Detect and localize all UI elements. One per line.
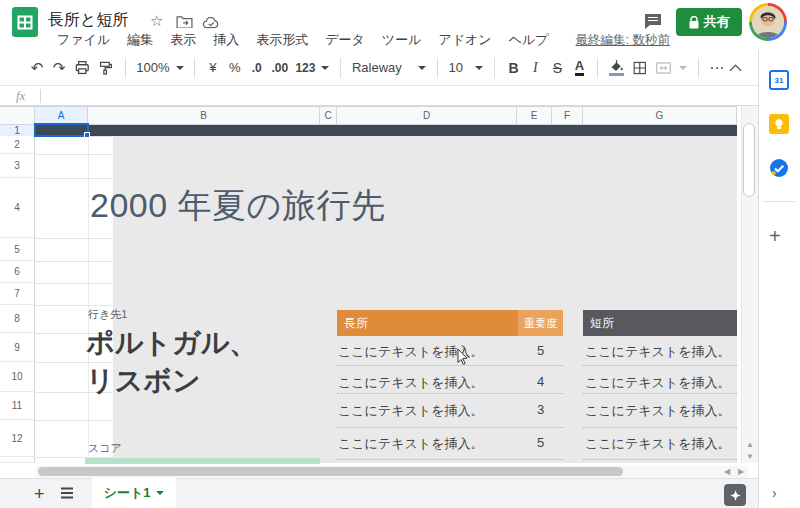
move-folder-icon[interactable] bbox=[176, 15, 193, 30]
format-percent-button[interactable]: % bbox=[224, 56, 246, 80]
tasks-icon[interactable] bbox=[769, 158, 789, 178]
row-header-11[interactable]: 11 bbox=[0, 392, 35, 420]
number-format-menu[interactable]: 123 bbox=[292, 56, 333, 80]
row-header-6[interactable]: 6 bbox=[0, 261, 35, 283]
vertical-scrollbar-thumb[interactable] bbox=[743, 123, 755, 197]
pros-cell[interactable]: ここにテキストを挿入。 bbox=[338, 435, 514, 451]
fill-color-button[interactable] bbox=[605, 56, 628, 80]
menu-help[interactable]: ヘルプ bbox=[509, 31, 549, 49]
slide-header-band[interactable] bbox=[35, 125, 737, 136]
row-header-3[interactable]: 3 bbox=[0, 154, 35, 178]
paint-format-icon[interactable] bbox=[94, 56, 118, 80]
explore-icon[interactable] bbox=[724, 484, 746, 506]
destination-label[interactable]: 行き先1 bbox=[88, 307, 127, 322]
calendar-icon[interactable]: 31 bbox=[769, 70, 789, 90]
fill-handle[interactable] bbox=[84, 132, 90, 138]
score-label[interactable]: スコア bbox=[88, 441, 122, 456]
pros-cell[interactable]: ここにテキストを挿入。 bbox=[338, 374, 514, 390]
pros-cell[interactable]: ここにテキストを挿入。 bbox=[338, 343, 514, 359]
increase-decimal-button[interactable]: .00 bbox=[268, 56, 292, 80]
more-toolbar-button[interactable]: ⋯ bbox=[705, 56, 729, 80]
font-family-select[interactable]: Raleway bbox=[348, 56, 430, 80]
menu-view[interactable]: 表示 bbox=[170, 31, 196, 49]
row-header-12[interactable]: 12 bbox=[0, 420, 35, 457]
weight-cell[interactable]: 5 bbox=[518, 435, 563, 451]
destination-name-line2[interactable]: リスボン bbox=[86, 362, 201, 400]
collapse-toolbar-icon[interactable] bbox=[729, 64, 742, 72]
cons-cell[interactable]: ここにテキストを挿入。 bbox=[585, 402, 735, 418]
scroll-left-icon[interactable]: ◀ bbox=[724, 468, 730, 476]
font-size-select[interactable]: 10 bbox=[445, 56, 488, 80]
italic-button[interactable]: I bbox=[524, 56, 546, 80]
comment-history-icon[interactable] bbox=[644, 13, 662, 34]
menu-data[interactable]: データ bbox=[325, 31, 365, 49]
row-separator bbox=[337, 459, 563, 460]
row-header-1[interactable]: 1 bbox=[0, 125, 35, 136]
row-header-2[interactable]: 2 bbox=[0, 136, 35, 154]
keep-icon[interactable] bbox=[769, 114, 789, 134]
row-header-13-partial[interactable] bbox=[0, 457, 35, 463]
menu-edit[interactable]: 編集 bbox=[127, 31, 153, 49]
document-title[interactable]: 長所と短所 bbox=[48, 10, 128, 31]
sheet-tab-menu-icon[interactable] bbox=[156, 491, 164, 495]
row-header-10[interactable]: 10 bbox=[0, 362, 35, 392]
cons-header-cell[interactable]: 短所 bbox=[583, 310, 737, 336]
undo-icon[interactable]: ↶ bbox=[26, 56, 48, 80]
menu-format[interactable]: 表示形式 bbox=[256, 31, 308, 49]
menu-file[interactable]: ファイル bbox=[57, 31, 110, 49]
column-header-f[interactable]: F bbox=[552, 106, 583, 125]
last-edit-link[interactable]: 最終編集: 数秒前 bbox=[576, 32, 670, 49]
column-header-d[interactable]: D bbox=[337, 106, 517, 125]
hide-side-panel-icon[interactable]: › bbox=[772, 485, 777, 501]
row-header-9[interactable]: 9 bbox=[0, 333, 35, 362]
cons-cell[interactable]: ここにテキストを挿入。 bbox=[585, 343, 735, 359]
decrease-decimal-button[interactable]: .0 bbox=[246, 56, 268, 80]
menu-insert[interactable]: 挿入 bbox=[213, 31, 239, 49]
get-addons-icon[interactable]: + bbox=[769, 226, 781, 246]
format-currency-button[interactable]: ¥ bbox=[202, 56, 224, 80]
weight-cell[interactable]: 5 bbox=[518, 343, 563, 359]
sheet-tab-active[interactable]: シート1 bbox=[92, 478, 176, 508]
bold-button[interactable]: B bbox=[502, 56, 524, 80]
account-avatar[interactable] bbox=[749, 3, 787, 41]
redo-icon[interactable]: ↷ bbox=[48, 56, 70, 80]
borders-button[interactable] bbox=[628, 56, 652, 80]
column-header-b[interactable]: B bbox=[88, 106, 320, 125]
select-all-corner[interactable] bbox=[0, 106, 35, 125]
destination-name-line1[interactable]: ポルトガル、 bbox=[86, 324, 257, 362]
row-header-7[interactable]: 7 bbox=[0, 283, 35, 305]
cons-cell[interactable]: ここにテキストを挿入。 bbox=[585, 435, 735, 451]
pros-cell[interactable]: ここにテキストを挿入。 bbox=[338, 402, 514, 418]
row-header-5[interactable]: 5 bbox=[0, 238, 35, 261]
add-sheet-icon[interactable]: + bbox=[34, 484, 45, 505]
text-color-button[interactable]: A bbox=[575, 59, 584, 76]
selected-cell-a1[interactable] bbox=[34, 123, 89, 137]
pros-header-cell[interactable]: 長所 bbox=[337, 310, 518, 336]
scroll-up-icon[interactable]: ▲ bbox=[746, 441, 754, 449]
scroll-right-icon[interactable]: ▶ bbox=[738, 468, 744, 476]
star-icon[interactable]: ☆ bbox=[150, 13, 163, 28]
column-header-c[interactable]: C bbox=[320, 106, 337, 125]
slide-title[interactable]: 2000 年夏の旅行先 bbox=[90, 183, 385, 229]
column-header-g[interactable]: G bbox=[583, 106, 737, 125]
scroll-down-icon[interactable]: ▼ bbox=[746, 453, 754, 461]
all-sheets-icon[interactable] bbox=[60, 487, 74, 499]
share-button[interactable]: 共有 bbox=[676, 8, 742, 36]
cloud-status-icon[interactable] bbox=[202, 16, 220, 31]
weight-header-cell[interactable]: 重要度 bbox=[518, 310, 563, 336]
strikethrough-button[interactable]: S bbox=[546, 56, 568, 80]
row-header-8[interactable]: 8 bbox=[0, 305, 35, 333]
sheets-logo-icon[interactable] bbox=[12, 7, 38, 37]
weight-cell[interactable]: 3 bbox=[518, 402, 563, 418]
menu-addons[interactable]: アドオン bbox=[438, 31, 491, 49]
menu-tools[interactable]: ツール bbox=[382, 31, 422, 49]
horizontal-scrollbar-thumb[interactable] bbox=[38, 467, 623, 476]
weight-cell[interactable]: 4 bbox=[518, 374, 563, 390]
zoom-select[interactable]: 100% bbox=[133, 56, 187, 80]
row-separator bbox=[337, 427, 563, 428]
print-icon[interactable] bbox=[70, 56, 94, 80]
cons-cell[interactable]: ここにテキストを挿入。 bbox=[585, 374, 735, 390]
column-header-e[interactable]: E bbox=[517, 106, 552, 125]
row-header-4[interactable]: 4 bbox=[0, 178, 35, 238]
formula-bar[interactable]: fx bbox=[0, 86, 758, 106]
